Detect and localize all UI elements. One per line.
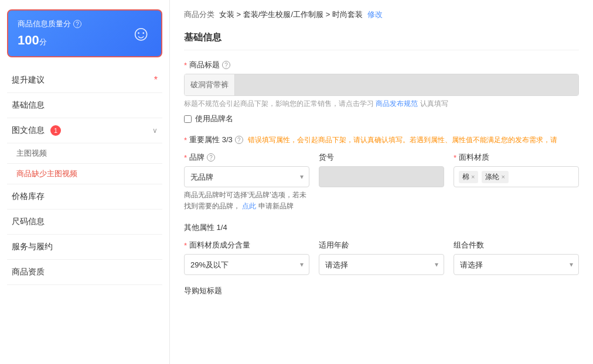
important-attrs-warning: 错误填写属性，会引起商品下架，请认真确认填写。若遇到属性、属性值不能满足您的发布… (248, 135, 557, 145)
breadcrumb-modify-link[interactable]: 修改 (367, 9, 383, 20)
material-field-group: * 面料材质 棉 × 涤纶 × (454, 152, 579, 212)
brand-field-group: * 品牌 ? 无品牌 商品无品牌时可选择'无品牌'选项，若未找到需要的品牌， 点… (184, 152, 309, 212)
sku-label: 货号 (319, 152, 444, 163)
quality-title-text: 商品信息质量分 (18, 19, 71, 29)
breadcrumb: 商品分类 女装 > 套装/学生校服/工作制服 > 时尚套装 修改 (184, 9, 579, 20)
brand-hint-link[interactable]: 点此 (242, 202, 256, 210)
image-text-badge: 1 (50, 125, 61, 136)
other-attrs-row: * 面料材质成分含量 29%及以下 适用年龄 请选择 (184, 240, 579, 275)
quality-score-unit: 分 (39, 37, 47, 46)
other-attrs-group: 其他属性 1/4 * 面料材质成分含量 29%及以下 适用年龄 (184, 222, 579, 275)
important-attrs-row: * 品牌 ? 无品牌 商品无品牌时可选择'无品牌'选项，若未找到需要的品牌， 点… (184, 152, 579, 212)
sidebar-item-image-text-label: 图文信息 (12, 125, 45, 136)
material-tag-cotton-text: 棉 (462, 172, 469, 182)
sidebar-item-basic-label: 基础信息 (12, 100, 45, 111)
material-tag-cotton: 棉 × (459, 171, 478, 183)
required-marker: * (154, 75, 158, 85)
sidebar-item-service-label: 服务与履约 (12, 242, 53, 252)
sidebar-item-improvement-label: 提升建议 (12, 75, 45, 85)
sidebar-item-price-stock[interactable]: 价格库存 (7, 184, 162, 210)
product-title-prefix: 破洞背带裤 (185, 74, 235, 95)
sidebar-item-basic[interactable]: 基础信息 (7, 93, 162, 118)
sidebar-sub-missing-video-label: 商品缺少主图视频 (16, 169, 77, 178)
material-required: * (454, 153, 456, 162)
brand-label: * 品牌 ? (184, 152, 309, 163)
product-title-help-icon[interactable]: ? (222, 61, 230, 69)
parts-select-wrap: 请选择 (454, 254, 579, 275)
required-star-2: * (184, 136, 187, 145)
material-tag-cotton-remove[interactable]: × (471, 173, 475, 180)
brand-hint: 商品无品牌时可选择'无品牌'选项，若未找到需要的品牌， 点此 申请新品牌 (184, 190, 309, 212)
sidebar-item-qualification-label: 商品资质 (12, 267, 45, 277)
use-brand-row: 使用品牌名 (184, 114, 579, 124)
brand-hint-suffix: 申请新品牌 (258, 202, 294, 210)
sidebar-sub-main-video[interactable]: 主图视频 (7, 143, 162, 164)
guide-title-label: 导购短标题 (184, 286, 579, 296)
guide-title-group: 导购短标题 (184, 286, 579, 296)
material-tag-polyester: 涤纶 × (482, 171, 508, 183)
age-field-group: 适用年龄 请选择 (319, 240, 444, 275)
product-title-label-text: 商品标题 (189, 60, 220, 70)
age-select-wrap: 请选择 (319, 254, 444, 275)
quality-title: 商品信息质量分 ? (18, 19, 81, 29)
material-tag-polyester-remove[interactable]: × (501, 173, 505, 180)
main-content: 商品分类 女装 > 套装/学生校服/工作制服 > 时尚套装 修改 基础信息 * … (170, 0, 593, 364)
sku-label-text: 货号 (319, 152, 334, 163)
breadcrumb-path: 女装 > 套装/学生校服/工作制服 > 时尚套装 (219, 9, 363, 20)
product-title-blurred-area (235, 74, 578, 95)
parts-field-group: 组合件数 请选择 (454, 240, 579, 275)
product-title-input-wrap: 破洞背带裤 (184, 74, 579, 96)
important-attrs-label: 重要属性 3/3 (189, 135, 233, 145)
chevron-down-icon: ∨ (152, 126, 158, 135)
brand-help-icon[interactable]: ? (207, 153, 215, 162)
smiley-icon: ☺ (130, 21, 152, 46)
important-attrs-help-icon[interactable]: ? (235, 136, 243, 144)
important-attrs-header: * 重要属性 3/3 ? 错误填写属性，会引起商品下架，请认真确认填写。若遇到属… (184, 135, 579, 145)
quality-score-card: 商品信息质量分 ? 100分 ☺ (7, 9, 162, 57)
sidebar-sub-missing-video[interactable]: 商品缺少主图视频 (7, 164, 162, 184)
age-label-text: 适用年龄 (319, 240, 349, 250)
material-tag-polyester-text: 涤纶 (485, 172, 499, 182)
title-hint-link[interactable]: 商品发布规范 (376, 99, 418, 108)
sidebar-item-price-stock-label: 价格库存 (12, 191, 45, 202)
brand-label-text: 品牌 (189, 152, 205, 163)
parts-select[interactable]: 请选择 (454, 254, 579, 275)
material-content-label: * 面料材质成分含量 (184, 240, 309, 250)
quality-score-value: 100 (18, 33, 39, 47)
material-label: * 面料材质 (454, 152, 579, 163)
age-select[interactable]: 请选择 (319, 254, 444, 275)
sidebar-item-size-label: 尺码信息 (12, 217, 45, 227)
quality-help-icon[interactable]: ? (73, 20, 81, 28)
sidebar-item-improvement[interactable]: 提升建议 * (7, 68, 162, 93)
material-content-select[interactable]: 29%及以下 (184, 254, 309, 275)
material-content-required: * (184, 241, 187, 250)
title-hint: 标题不规范会引起商品下架，影响您的正常销售，请点击学习 商品发布规范 认真填写 (184, 98, 579, 109)
use-brand-checkbox[interactable] (184, 115, 192, 123)
other-attrs-title: 其他属性 1/4 (184, 222, 579, 233)
sidebar-item-qualification[interactable]: 商品资质 (7, 260, 162, 285)
title-hint-text: 标题不规范会引起商品下架，影响您的正常销售，请点击学习 (184, 99, 374, 108)
material-label-text: 面料材质 (459, 152, 489, 163)
brand-select-wrap: 无品牌 (184, 166, 309, 187)
title-hint-suffix: 认真填写 (420, 99, 448, 108)
material-tag-input[interactable]: 棉 × 涤纶 × (454, 166, 579, 187)
quality-score: 100分 (18, 33, 81, 48)
use-brand-label: 使用品牌名 (195, 114, 233, 124)
sidebar-item-size[interactable]: 尺码信息 (7, 210, 162, 235)
parts-label-text: 组合件数 (454, 240, 484, 250)
material-content-group: * 面料材质成分含量 29%及以下 (184, 240, 309, 275)
sidebar-item-image-text[interactable]: 图文信息 1 ∨ (7, 118, 162, 143)
brand-required: * (184, 153, 187, 162)
sku-field-group: 货号 (319, 152, 444, 212)
product-title-group: * 商品标题 ? 破洞背带裤 标题不规范会引起商品下架，影响您的正常销售，请点击… (184, 60, 579, 124)
sidebar-sub-main-video-label: 主图视频 (16, 149, 47, 157)
age-label: 适用年龄 (319, 240, 444, 250)
material-content-select-wrap: 29%及以下 (184, 254, 309, 275)
sku-blurred-field (319, 166, 444, 187)
section-title-basic: 基础信息 (184, 32, 579, 50)
brand-select[interactable]: 无品牌 (184, 166, 309, 187)
product-title-label: * 商品标题 ? (184, 60, 579, 70)
sidebar-item-service[interactable]: 服务与履约 (7, 235, 162, 260)
sidebar: 商品信息质量分 ? 100分 ☺ 提升建议 * 基础信息 图文信息 1 ∨ 主图… (0, 0, 170, 364)
important-attrs-group: * 重要属性 3/3 ? 错误填写属性，会引起商品下架，请认真确认填写。若遇到属… (184, 135, 579, 212)
